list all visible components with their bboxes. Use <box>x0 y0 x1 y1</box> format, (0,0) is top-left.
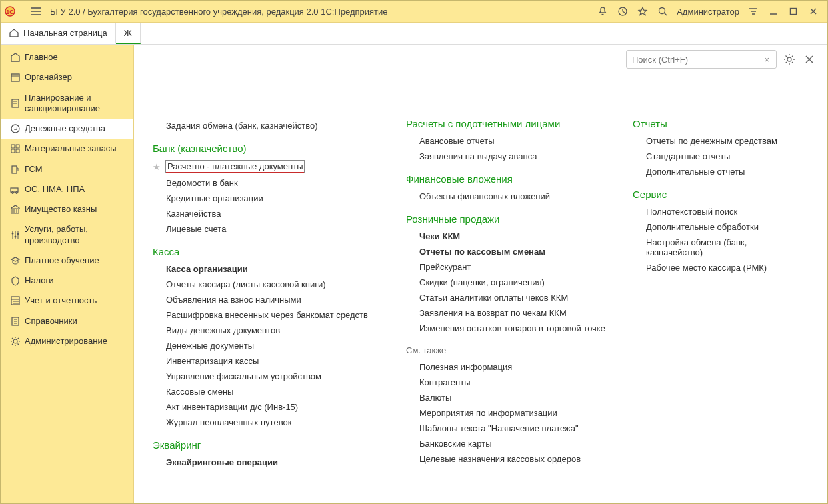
link[interactable]: Журнал неоплаченных путевок <box>166 417 291 427</box>
link[interactable]: Настройка обмена (банк, казначейство) <box>646 237 803 257</box>
link[interactable]: Чеки ККМ <box>419 231 460 241</box>
link-row[interactable]: Отчеты по кассовым сменам <box>406 247 617 257</box>
history-icon[interactable] <box>614 3 631 20</box>
link[interactable]: Касса организации <box>166 264 248 274</box>
link-row[interactable]: Банковские карты <box>406 439 617 449</box>
link[interactable]: Изменения остатков товаров в торговой то… <box>419 323 605 333</box>
search-box[interactable]: × <box>626 50 777 69</box>
link[interactable]: Управление фискальным устройством <box>166 371 321 381</box>
link[interactable]: Полезная информация <box>419 362 512 372</box>
link-row[interactable]: Казначейства <box>153 209 390 219</box>
link[interactable]: Дополнительные обработки <box>646 222 759 232</box>
sidebar-item-gsm[interactable]: ГСМ <box>1 159 133 179</box>
link-row[interactable]: Скидки (наценки, ограничения) <box>406 277 617 287</box>
link[interactable]: Полнотекстовый поиск <box>646 207 737 217</box>
link[interactable]: Рабочее место кассира (РМК) <box>646 263 767 273</box>
link-row[interactable]: Денежные документы <box>153 341 390 351</box>
filter-icon[interactable] <box>745 3 762 20</box>
sidebar-item-treasury[interactable]: Имущество казны <box>1 199 133 219</box>
link-row[interactable]: Объекты финансовых вложений <box>406 191 617 201</box>
link-row[interactable]: Дополнительные обработки <box>633 222 803 232</box>
link-row[interactable]: Контрагенты <box>406 377 617 387</box>
sidebar-item-admin[interactable]: Администрирование <box>1 331 133 351</box>
link[interactable]: Ведомости в банк <box>166 178 238 188</box>
link-row[interactable]: Акт инвентаризации д/с (Инв-15) <box>153 402 390 412</box>
link-row[interactable]: Мероприятия по информатизации <box>406 408 617 418</box>
tab-home[interactable]: Начальная страница <box>1 23 116 44</box>
link-row[interactable]: Расшифровка внесенных через банкомат сре… <box>153 310 390 320</box>
link[interactable]: Отчеты кассира (листы кассовой книги) <box>166 279 326 289</box>
link-row[interactable]: Кассовые смены <box>153 387 390 397</box>
link-row[interactable]: Стандартные отчеты <box>633 151 803 161</box>
link-row[interactable]: Заявления на выдачу аванса <box>406 151 617 161</box>
link[interactable]: Заявления на выдачу аванса <box>419 151 537 161</box>
clear-search-icon[interactable]: × <box>761 55 772 65</box>
sidebar-item-education[interactable]: Платное обучение <box>1 251 133 271</box>
search-input[interactable] <box>631 54 761 65</box>
search-icon[interactable] <box>654 3 671 20</box>
minimize-icon[interactable] <box>765 3 782 20</box>
link-row[interactable]: Ведомости в банк <box>153 178 390 188</box>
link[interactable]: Лицевые счета <box>166 224 226 234</box>
link[interactable]: Заявления на возврат по чекам ККМ <box>419 308 567 318</box>
link[interactable]: Эквайринговые операции <box>166 457 278 467</box>
link-row[interactable]: Чеки ККМ <box>406 231 617 241</box>
link-row[interactable]: Касса организации <box>153 264 390 274</box>
sidebar-item-taxes[interactable]: Налоги <box>1 271 133 291</box>
link[interactable]: Контрагенты <box>419 377 471 387</box>
link[interactable]: Авансовые отчеты <box>419 136 495 146</box>
link-row[interactable]: Заявления на возврат по чекам ККМ <box>406 308 617 318</box>
link[interactable]: Объекты финансовых вложений <box>419 191 550 201</box>
link[interactable]: Статьи аналитики оплаты чеков ККМ <box>419 293 568 303</box>
link-row[interactable]: Лицевые счета <box>153 224 390 234</box>
link-row[interactable]: Рабочее место кассира (РМК) <box>633 263 803 273</box>
link[interactable]: Виды денежных документов <box>166 325 280 335</box>
link[interactable]: Валюты <box>419 393 451 403</box>
link-row[interactable]: Инвентаризация кассы <box>153 356 390 366</box>
bell-icon[interactable] <box>594 3 611 20</box>
link[interactable]: Инвентаризация кассы <box>166 356 259 366</box>
sidebar-item-main[interactable]: Главное <box>1 47 133 67</box>
sidebar-item-os[interactable]: ОС, НМА, НПА <box>1 179 133 199</box>
link[interactable]: Целевые назначения кассовых ордеров <box>419 454 581 464</box>
link[interactable]: Расчетно - платежные документы <box>166 161 304 173</box>
link[interactable]: Прейскурант <box>419 262 471 272</box>
sidebar-item-refs[interactable]: Справочники <box>1 311 133 331</box>
star-icon[interactable] <box>634 3 651 20</box>
link-row[interactable]: Отчеты по денежным средствам <box>633 136 803 146</box>
link-row[interactable]: Управление фискальным устройством <box>153 371 390 381</box>
link[interactable]: Скидки (наценки, ограничения) <box>419 277 545 287</box>
top-link[interactable]: Задания обмена (банк, казначейство) <box>166 121 390 131</box>
link-row[interactable]: Объявления на взнос наличными <box>153 295 390 305</box>
close-panel-icon[interactable] <box>802 52 817 67</box>
user-label[interactable]: Администратор <box>673 7 743 17</box>
link-row[interactable]: Статьи аналитики оплаты чеков ККМ <box>406 293 617 303</box>
link[interactable]: Мероприятия по информатизации <box>419 408 557 418</box>
hamburger-icon[interactable] <box>29 7 43 16</box>
link-row[interactable]: Виды денежных документов <box>153 325 390 335</box>
link[interactable]: Дополнительные отчеты <box>646 167 745 177</box>
link-row[interactable]: Валюты <box>406 393 617 403</box>
link[interactable]: Акт инвентаризации д/с (Инв-15) <box>166 402 298 412</box>
link[interactable]: Отчеты по денежным средствам <box>646 136 777 146</box>
tab-secondary[interactable]: Ж <box>116 23 141 44</box>
link[interactable]: Казначейства <box>166 209 221 219</box>
link[interactable]: Кредитные организации <box>166 193 263 203</box>
link[interactable]: Стандартные отчеты <box>646 151 730 161</box>
link-row[interactable]: Авансовые отчеты <box>406 136 617 146</box>
link-row[interactable]: Дополнительные отчеты <box>633 167 803 177</box>
link[interactable]: Шаблоны текста "Назначение платежа" <box>419 423 579 433</box>
link[interactable]: Объявления на взнос наличными <box>166 295 301 305</box>
sidebar-item-materials[interactable]: Материальные запасы <box>1 139 133 159</box>
sidebar-item-organizer[interactable]: Органайзер <box>1 67 133 87</box>
link[interactable]: Банковские карты <box>419 439 492 449</box>
link-row[interactable]: Эквайринговые операции <box>153 457 390 467</box>
sidebar-item-services[interactable]: Услуги, работы, производство <box>1 219 133 251</box>
link-row[interactable]: Настройка обмена (банк, казначейство) <box>633 237 803 257</box>
sidebar-item-planning[interactable]: Планирование и санкционирование <box>1 88 133 119</box>
link-row[interactable]: Полезная информация <box>406 362 617 372</box>
sidebar-item-money[interactable]: ₽Денежные средства <box>1 119 133 139</box>
link-row[interactable]: Изменения остатков товаров в торговой то… <box>406 323 617 333</box>
link[interactable]: Отчеты по кассовым сменам <box>419 247 545 257</box>
settings-gear-icon[interactable] <box>782 52 797 67</box>
